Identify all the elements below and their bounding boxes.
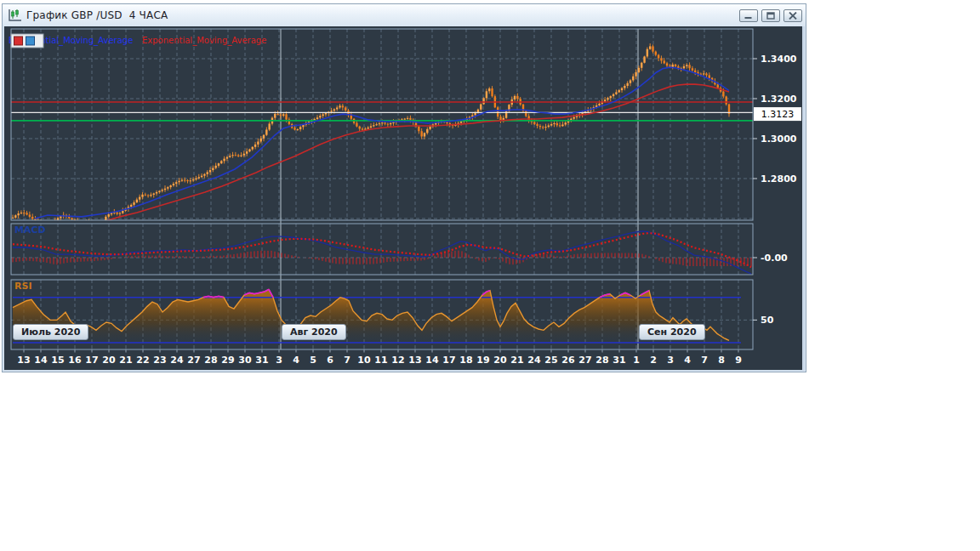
time-tick-label: 21 (510, 355, 523, 366)
time-tick-label: 28 (595, 355, 608, 366)
time-tick-label: 13 (408, 355, 421, 366)
time-tick-label: 5 (310, 355, 316, 366)
month-button-september[interactable]: Сен 2020 (639, 324, 705, 340)
price-tick-label: 1.3200 (761, 94, 797, 105)
time-tick-label: 21 (119, 355, 132, 366)
month-button-august[interactable]: Авг 2020 (282, 324, 346, 340)
chart-window: График GBP /USD 4 ЧАСА (2, 3, 806, 372)
time-tick-label: 1 (633, 355, 640, 366)
time-tick-label: 26 (561, 355, 575, 366)
time-tick-label: 4 (293, 355, 299, 366)
time-tick-label: 14 (425, 355, 439, 366)
time-tick-label: 11 (374, 355, 387, 366)
chart-client-area[interactable]: Exponential_Moving_AverageExponential_Mo… (4, 26, 802, 370)
time-tick-label: 3 (276, 355, 282, 366)
ema-slow-legend-label: Exponential_Moving_Average (142, 36, 266, 46)
time-tick-label: 3 (667, 355, 674, 366)
candlestick-chart-icon (8, 9, 23, 22)
macd-axis-label: -0.00 (761, 253, 788, 264)
window-controls (739, 9, 802, 22)
time-tick-label: 15 (51, 355, 64, 366)
time-tick-label: 29 (221, 355, 234, 366)
time-tick-label: 17 (442, 355, 455, 366)
time-tick-label: 30 (238, 355, 252, 366)
time-tick-label: 25 (544, 355, 557, 366)
restore-button[interactable] (761, 9, 780, 22)
time-tick-label: 8 (718, 355, 725, 366)
time-tick-label: 20 (102, 355, 116, 366)
current-price-label: 1.3123 (761, 109, 795, 120)
time-tick-label: 12 (391, 355, 404, 366)
time-tick-label: 24 (527, 355, 541, 366)
time-tick-label: 17 (85, 355, 98, 366)
time-tick-label: 19 (476, 355, 489, 366)
time-tick-label: 20 (493, 355, 507, 366)
time-tick-label: 23 (153, 355, 166, 366)
time-tick-label: 13 (17, 355, 30, 366)
price-tick-label: 1.3000 (761, 133, 797, 145)
price-tick-label: 1.2800 (761, 173, 797, 185)
time-tick-label: 10 (357, 355, 371, 366)
month-button-july[interactable]: Июль 2020 (13, 324, 88, 340)
time-tick-label: 16 (68, 355, 82, 366)
time-tick-label: 28 (204, 355, 217, 366)
close-icon (788, 12, 798, 20)
time-tick-label: 7 (344, 355, 350, 366)
minimize-button[interactable] (739, 9, 758, 22)
time-tick-label: 18 (459, 355, 472, 366)
time-tick-label: 22 (136, 355, 149, 366)
time-tick-label: 2 (650, 355, 657, 366)
rsi-label: RSI (14, 281, 32, 292)
chart-canvas[interactable]: Exponential_Moving_AverageExponential_Mo… (4, 26, 802, 370)
time-tick-label: 7 (701, 355, 708, 366)
time-tick-label: 4 (684, 355, 691, 366)
rsi-axis-label: 50 (761, 315, 774, 326)
blue-swatch-icon (26, 37, 35, 45)
macd-label: MACD (14, 224, 46, 236)
time-tick-label: 24 (170, 355, 184, 366)
minimize-icon (744, 12, 754, 20)
time-tick-label: 31 (612, 355, 625, 366)
time-tick-label: 27 (187, 355, 200, 366)
close-button[interactable] (783, 9, 802, 22)
time-tick-label: 9 (735, 355, 742, 366)
time-tick-label: 27 (578, 355, 591, 366)
time-tick-label: 31 (255, 355, 268, 366)
title-bar[interactable]: График GBP /USD 4 ЧАСА (3, 4, 806, 26)
time-tick-label: 14 (34, 355, 48, 366)
window-title: График GBP /USD 4 ЧАСА (26, 9, 168, 21)
red-swatch-icon (14, 37, 23, 45)
time-tick-label: 6 (327, 355, 333, 366)
restore-icon (766, 12, 776, 20)
price-tick-label: 1.3400 (761, 54, 797, 65)
